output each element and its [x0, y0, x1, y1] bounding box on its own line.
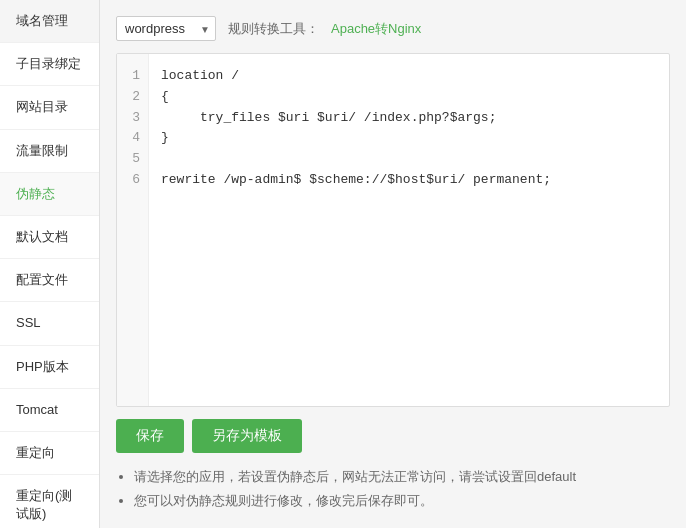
sidebar-item-redirect-test[interactable]: 重定向(测试版) [0, 475, 99, 528]
code-editor: 1 2 3 4 5 6 location / { try_files $uri … [117, 54, 669, 406]
sidebar-item-webdir[interactable]: 网站目录 [0, 86, 99, 129]
tips: 请选择您的应用，若设置伪静态后，网站无法正常访问，请尝试设置回default 您… [116, 465, 670, 512]
sidebar-item-config[interactable]: 配置文件 [0, 259, 99, 302]
top-bar: wordpress default laravel thinkphp discu… [116, 16, 670, 41]
sidebar-item-rewrite[interactable]: 伪静态 [0, 173, 99, 216]
save-button[interactable]: 保存 [116, 419, 184, 453]
rule-converter-label: 规则转换工具： [228, 20, 319, 38]
sidebar-item-ssl[interactable]: SSL [0, 302, 99, 345]
rule-converter-link[interactable]: Apache转Nginx [331, 20, 421, 38]
save-as-template-button[interactable]: 另存为模板 [192, 419, 302, 453]
code-editor-wrapper: 1 2 3 4 5 6 location / { try_files $uri … [116, 53, 670, 407]
code-content[interactable]: location / { try_files $uri $uri/ /index… [149, 54, 669, 406]
sidebar-item-traffic[interactable]: 流量限制 [0, 130, 99, 173]
button-row: 保存 另存为模板 [116, 419, 670, 453]
sidebar-item-subdir[interactable]: 子目录绑定 [0, 43, 99, 86]
sidebar-item-php[interactable]: PHP版本 [0, 346, 99, 389]
main-content: wordpress default laravel thinkphp discu… [100, 0, 686, 528]
site-select-wrapper[interactable]: wordpress default laravel thinkphp discu… [116, 16, 216, 41]
sidebar: 域名管理 子目录绑定 网站目录 流量限制 伪静态 默认文档 配置文件 SSL P… [0, 0, 100, 528]
sidebar-item-domain[interactable]: 域名管理 [0, 0, 99, 43]
tip-item-1: 请选择您的应用，若设置伪静态后，网站无法正常访问，请尝试设置回default [134, 465, 670, 488]
site-select[interactable]: wordpress default laravel thinkphp discu… [116, 16, 216, 41]
sidebar-item-tomcat[interactable]: Tomcat [0, 389, 99, 432]
line-numbers: 1 2 3 4 5 6 [117, 54, 149, 406]
tip-item-2: 您可以对伪静态规则进行修改，修改完后保存即可。 [134, 489, 670, 512]
sidebar-item-redirect[interactable]: 重定向 [0, 432, 99, 475]
sidebar-item-default-doc[interactable]: 默认文档 [0, 216, 99, 259]
